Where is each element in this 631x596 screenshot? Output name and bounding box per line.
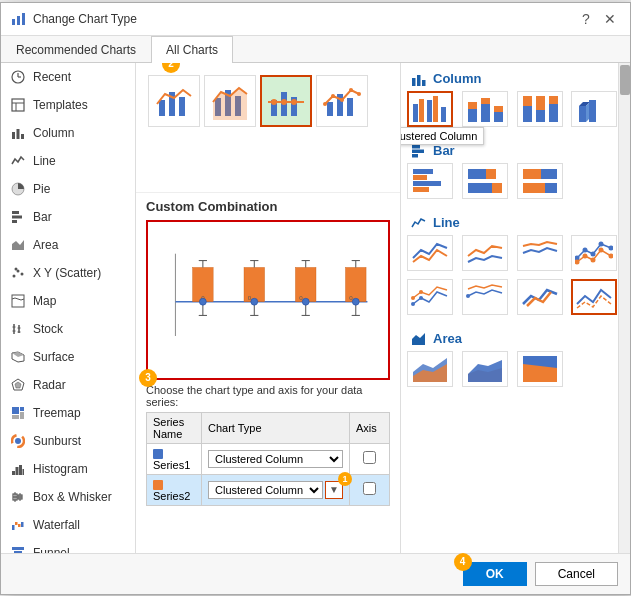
combo-thumb-3[interactable] — [260, 75, 312, 127]
combo-thumb-1[interactable] — [148, 75, 200, 127]
series1-axis[interactable] — [350, 443, 390, 474]
stacked-bar-thumb[interactable] — [462, 163, 508, 199]
svg-point-156 — [599, 247, 604, 252]
series2-axis[interactable] — [350, 474, 390, 505]
map-icon — [9, 292, 27, 310]
svg-point-17 — [13, 274, 16, 277]
close-button[interactable]: ✕ — [600, 9, 620, 29]
sidebar-item-stock[interactable]: Stock — [1, 315, 135, 343]
svg-rect-6 — [12, 99, 24, 111]
sidebar-item-line[interactable]: Line — [1, 147, 135, 175]
combo-thumb-4[interactable] — [316, 75, 368, 127]
100pct-stacked-line-thumb[interactable] — [517, 235, 563, 271]
ok-button[interactable]: OK — [463, 562, 527, 586]
svg-rect-119 — [481, 104, 490, 122]
tab-recommended[interactable]: Recommended Charts — [1, 36, 151, 63]
right-panel-scrollbar[interactable] — [618, 63, 630, 553]
sidebar-item-templates[interactable]: Templates — [1, 91, 135, 119]
sidebar-item-radar[interactable]: Radar — [1, 371, 135, 399]
waterfall-icon — [9, 516, 27, 534]
svg-rect-117 — [468, 109, 477, 122]
sidebar-item-funnel[interactable]: Funnel — [1, 539, 135, 553]
sidebar-item-treemap[interactable]: Treemap — [1, 399, 135, 427]
series1-axis-checkbox[interactable] — [363, 451, 376, 464]
sidebar-item-bar[interactable]: Bar — [1, 203, 135, 231]
series-label: Choose the chart type and axis for your … — [146, 384, 390, 408]
highlighted-line-thumb[interactable] — [571, 279, 617, 315]
clustered-column-tooltip: Clustered Column — [400, 127, 484, 145]
help-button[interactable]: ? — [576, 9, 596, 29]
series2-axis-checkbox[interactable] — [363, 482, 376, 495]
sidebar-item-waterfall[interactable]: Waterfall — [1, 511, 135, 539]
combo-thumb-2[interactable] — [204, 75, 256, 127]
funnel-icon — [9, 544, 27, 553]
column-section-title: Column — [401, 63, 630, 91]
clustered-column-wrapper: Clustered Column — [407, 91, 460, 127]
dialog-icon — [11, 11, 27, 27]
svg-point-107 — [302, 298, 309, 305]
clustered-column-thumb[interactable] — [407, 91, 453, 127]
title-bar-left: Change Chart Type — [11, 11, 137, 27]
stacked-line-thumb[interactable] — [462, 235, 508, 271]
svg-rect-118 — [468, 102, 477, 109]
svg-point-150 — [591, 251, 596, 256]
svg-marker-16 — [12, 240, 24, 250]
series-table: Series Name Chart Type Axis Series1 — [146, 412, 390, 506]
stacked-area-thumb[interactable] — [462, 351, 508, 387]
series1-type-select[interactable]: Clustered Column — [208, 450, 343, 468]
svg-point-162 — [466, 294, 470, 298]
column-icon — [9, 124, 27, 142]
svg-rect-14 — [12, 215, 22, 218]
svg-rect-21 — [12, 295, 24, 307]
bar-icon — [9, 208, 27, 226]
100pct-stacked-line-markers-thumb[interactable] — [462, 279, 508, 315]
sidebar-item-pie[interactable]: Pie — [1, 175, 135, 203]
svg-point-74 — [323, 102, 327, 106]
svg-rect-137 — [413, 175, 427, 180]
sidebar-item-sunburst[interactable]: Sunburst — [1, 427, 135, 455]
scrollbar-thumb[interactable] — [620, 65, 630, 95]
area-section-icon — [411, 331, 427, 347]
svg-rect-136 — [413, 169, 433, 174]
sidebar-item-surface[interactable]: Surface — [1, 343, 135, 371]
3d-line-thumb[interactable] — [517, 279, 563, 315]
sidebar-item-area[interactable]: Area — [1, 231, 135, 259]
tab-all-charts[interactable]: All Charts — [151, 36, 233, 63]
stacked-column-thumb[interactable] — [462, 91, 508, 127]
sidebar-item-boxwhisker[interactable]: Box & Whisker — [1, 483, 135, 511]
100pct-stacked-area-thumb[interactable] — [517, 351, 563, 387]
svg-point-19 — [21, 272, 24, 275]
line-thumb[interactable] — [407, 235, 453, 271]
100pct-stacked-bar-thumb[interactable] — [517, 163, 563, 199]
series1-chart-type[interactable]: Clustered Column — [202, 443, 350, 474]
area-section-title: Area — [401, 323, 630, 351]
clustered-bar-thumb[interactable] — [407, 163, 453, 199]
3d-clustered-column-thumb[interactable] — [571, 91, 617, 127]
line-section-title: Line — [401, 207, 630, 235]
svg-point-151 — [599, 241, 604, 246]
sidebar-item-column[interactable]: Column — [1, 119, 135, 147]
svg-rect-142 — [468, 183, 492, 193]
svg-point-68 — [271, 99, 277, 105]
area-thumb[interactable] — [407, 351, 453, 387]
svg-rect-132 — [589, 100, 596, 122]
svg-rect-145 — [523, 169, 541, 179]
line-with-markers-thumb[interactable] — [571, 235, 617, 271]
svg-rect-9 — [12, 132, 15, 139]
sidebar-item-map[interactable]: Map — [1, 287, 135, 315]
main-panel: 2 — [136, 63, 630, 553]
svg-point-161 — [419, 290, 423, 294]
100pct-stacked-column-thumb[interactable] — [517, 91, 563, 127]
sidebar-item-histogram[interactable]: Histogram — [1, 455, 135, 483]
stacked-line-markers-thumb[interactable] — [407, 279, 453, 315]
line-icon — [9, 152, 27, 170]
stock-icon — [9, 320, 27, 338]
svg-marker-163 — [412, 333, 425, 345]
combo-area: Custom Combination 3 — [136, 193, 400, 553]
svg-point-78 — [357, 92, 361, 96]
series2-chart-type[interactable]: Clustered Column ▼ 1 — [202, 474, 350, 505]
sidebar-item-recent[interactable]: Recent — [1, 63, 135, 91]
series2-type-select[interactable]: Clustered Column — [208, 481, 323, 499]
cancel-button[interactable]: Cancel — [535, 562, 618, 586]
sidebar-item-scatter[interactable]: X Y (Scatter) — [1, 259, 135, 287]
